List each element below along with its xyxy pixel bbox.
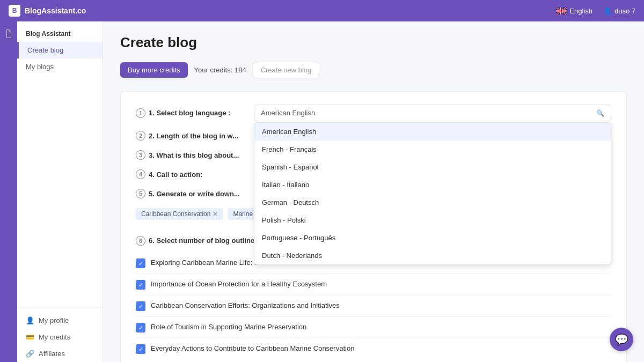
step-1-label: 1 1. Select blog language : [136, 108, 254, 118]
lang-option-1[interactable]: French - Français [254, 141, 611, 158]
lang-option-4[interactable]: German - Deutsch [254, 194, 611, 211]
language-dropdown[interactable]: American English French - Français Spani… [254, 122, 611, 265]
credits-icon: 💳 [26, 333, 34, 341]
profile-icon: 👤 [26, 316, 34, 324]
topnav: B BlogAssistant.co English 👤 duso 7 [0, 0, 644, 21]
outline-item-2-label: Importance of Ocean Protection for a Hea… [151, 279, 327, 289]
step-2-num: 2 [136, 131, 145, 141]
step-5-num: 5 [136, 189, 145, 198]
language-selector[interactable]: English [556, 7, 592, 15]
affiliates-icon: 🔗 [26, 350, 34, 358]
toolbar: Buy more credits Your credits: 184 Creat… [120, 62, 627, 78]
step-4-num: 4 [136, 169, 145, 179]
my-profile-label: My profile [39, 316, 69, 324]
checkbox-5[interactable] [136, 344, 145, 354]
outline-item-5: Everyday Actions to Contribute to Caribb… [136, 338, 611, 359]
user-icon: 👤 [603, 7, 612, 15]
flag-icon [556, 8, 567, 14]
step-1-row: 1 1. Select blog language : American Eng… [136, 105, 611, 121]
outline-item-5-label: Everyday Actions to Contribute to Caribb… [151, 344, 354, 353]
lang-option-2[interactable]: Spanish - Español [254, 158, 611, 176]
sidebar-my-blogs-label: My blogs [26, 63, 54, 71]
tag-caribbean[interactable]: Caribbean Conservation ✕ [136, 208, 223, 220]
checkbox-4[interactable] [136, 323, 145, 333]
sidebar-item-my-blogs[interactable]: My blogs [17, 58, 103, 75]
step-3-num: 3 [136, 150, 145, 160]
selected-language: American English [261, 109, 315, 117]
sidebar-title: Blog Assistant [17, 30, 103, 42]
language-select-wrapper: American English 🔍 American English Fren… [254, 105, 611, 121]
buy-credits-button[interactable]: Buy more credits [120, 62, 188, 78]
sidebar-nav: Blog Assistant Create blog My blogs 👤 My… [17, 21, 103, 362]
step-6-label: 6 6. Select number of blog outlines : [136, 236, 262, 246]
logo[interactable]: B BlogAssistant.co [9, 5, 86, 17]
sidebar-item-affiliates[interactable]: 🔗 Affiliates [17, 345, 103, 362]
step-1-num: 1 [136, 108, 145, 118]
chat-icon: 💬 [615, 333, 628, 346]
topnav-right: English 👤 duso 7 [556, 7, 635, 15]
create-new-blog-button[interactable]: Create new blog [253, 62, 320, 78]
checkbox-3[interactable] [136, 301, 145, 311]
lang-option-6[interactable]: Portuguese - Português [254, 229, 611, 247]
lang-option-5[interactable]: Polish - Polski [254, 211, 611, 229]
lang-label: English [569, 7, 592, 15]
outline-items: Exploring Caribbean Marine Life: Sea Cre… [136, 253, 611, 359]
sidebar-icons [0, 21, 17, 362]
sidebar-item-my-credits[interactable]: 💳 My credits [17, 329, 103, 345]
my-credits-label: My credits [39, 333, 70, 341]
outline-item-3: Caribbean Conservation Efforts: Organiza… [136, 295, 611, 317]
outline-item-2: Importance of Ocean Protection for a Hea… [136, 274, 611, 295]
step-6-num: 6 [136, 236, 145, 246]
content-area: Create blog Buy more credits Your credit… [103, 21, 644, 362]
affiliates-label: Affiliates [39, 350, 65, 358]
lang-option-7[interactable]: Dutch - Nederlands [254, 247, 611, 264]
user-menu[interactable]: 👤 duso 7 [603, 7, 635, 15]
outline-item-4: Role of Tourism in Supporting Marine Pre… [136, 317, 611, 338]
sidebar-icon-document[interactable] [2, 27, 16, 41]
sidebar-item-create-blog[interactable]: Create blog [17, 42, 103, 58]
sidebar-item-my-profile[interactable]: 👤 My profile [17, 312, 103, 329]
sidebar-create-blog-label: Create blog [27, 46, 63, 54]
logo-text: BlogAssistant.co [25, 6, 86, 15]
lang-option-3[interactable]: Italian - Italiano [254, 176, 611, 194]
sidebar-bottom: 👤 My profile 💳 My credits 🔗 Affiliates [17, 307, 103, 362]
outline-item-4-label: Role of Tourism in Supporting Marine Pre… [151, 322, 306, 332]
language-select-display[interactable]: American English 🔍 [254, 105, 611, 121]
step-5-label: 5 5. Generate or write down... [136, 189, 254, 198]
checkbox-2[interactable] [136, 280, 145, 290]
checkbox-1[interactable] [136, 258, 145, 268]
tag-caribbean-label: Caribbean Conservation [141, 210, 210, 218]
credits-display: Your credits: 184 [194, 66, 246, 74]
outline-item-3-label: Caribbean Conservation Efforts: Organiza… [151, 301, 340, 311]
user-label: duso 7 [614, 7, 635, 15]
form-card: 1 1. Select blog language : American Eng… [120, 91, 627, 362]
step-4-label: 4 4. Call to action: [136, 169, 254, 179]
tag-caribbean-close[interactable]: ✕ [213, 210, 218, 218]
step-2-label: 2 2. Length of the blog in w... [136, 131, 254, 141]
page-title: Create blog [120, 34, 627, 51]
logo-icon: B [9, 5, 20, 17]
step-3-label: 3 3. What is this blog about... [136, 150, 254, 160]
lang-option-0[interactable]: American English [254, 123, 611, 141]
search-icon: 🔍 [596, 109, 604, 117]
chat-button[interactable]: 💬 [610, 328, 633, 351]
